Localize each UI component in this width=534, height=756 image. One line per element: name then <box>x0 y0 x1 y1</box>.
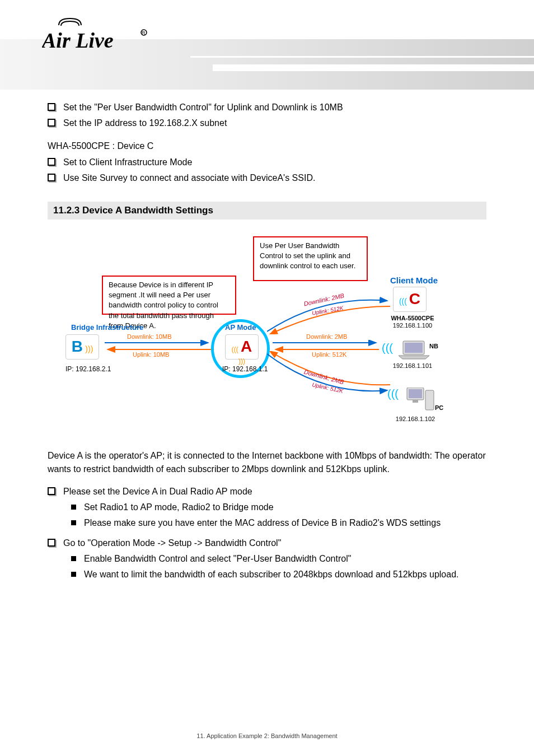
node-b: B ))) <box>65 334 99 360</box>
bullet-item: Use Site Survey to connect and associate… <box>48 171 486 185</box>
checkbox-icon <box>48 539 55 547</box>
ip-a: IP: 192.168.1.1 <box>222 365 268 373</box>
wifi-icon-pc: ((( <box>387 388 399 400</box>
square-icon <box>71 520 76 525</box>
svg-text:R: R <box>142 30 146 36</box>
sub-bullet-item: We want to limit the bandwidth of each s… <box>71 568 486 581</box>
bullet-text: Set the "Per User Bandwidth Control" for… <box>63 101 343 114</box>
ip-pc: 192.168.1.102 <box>390 416 441 422</box>
checkbox-icon <box>48 158 55 166</box>
bullet-text: Use Site Survey to connect and associate… <box>63 171 315 185</box>
uplink-10-label: Uplink: 10MB <box>133 351 169 358</box>
node-a-letter: A <box>241 338 252 355</box>
bullet-item: Set the IP address to 192.168.2.X subnet <box>48 116 486 130</box>
bullet-text: Please set the Device A in Dual Radio AP… <box>63 485 252 498</box>
svg-rect-12 <box>425 390 434 410</box>
node-c-letter: C <box>409 290 420 307</box>
square-icon <box>71 505 76 510</box>
sub-bullet-item: Enable Bandwidth Control and select "Per… <box>71 552 486 566</box>
red-annotation-left: Because Device is in different IP segmen… <box>102 276 236 315</box>
bridge-label: Bridge Infrastructure <box>71 323 143 332</box>
checkbox-icon <box>48 174 55 181</box>
page-footer: 11. Application Example 2: Bandwidth Man… <box>0 732 534 739</box>
checkbox-icon <box>48 103 55 111</box>
pc-icon <box>404 388 435 413</box>
client-mode-label: Client Mode <box>390 276 438 285</box>
bullet-text: Set to Client Infrastructure Mode <box>63 156 192 169</box>
sub-bullet-text: Please make sure you have enter the MAC … <box>84 516 441 530</box>
checkbox-icon <box>48 119 55 127</box>
bullet-item: Please set the Device A in Dual Radio AP… <box>48 485 486 498</box>
square-icon <box>71 572 76 577</box>
svg-rect-8 <box>405 343 423 353</box>
device-c-heading: WHA-5500CPE : Device C <box>48 141 486 151</box>
wifi-icon-nb: ((( <box>382 342 393 354</box>
checkbox-icon <box>48 487 55 495</box>
svg-text:Air Live: Air Live <box>42 29 114 52</box>
node-c: ((( C <box>393 287 427 312</box>
node-a: ((( A ))) <box>225 334 259 360</box>
wha-label: WHA-5500CPE <box>385 315 441 321</box>
bullet-text: Go to "Operation Mode -> Setup -> Bandwi… <box>63 536 281 550</box>
node-b-letter: B <box>72 338 83 355</box>
red-annotation-right: Use Per User Bandwidth Control to set th… <box>253 236 368 281</box>
header-stripe2 <box>213 64 534 71</box>
ip-c: 192.168.1.100 <box>385 322 441 329</box>
pc-label: PC <box>435 404 443 411</box>
ip-nb: 192.168.1.101 <box>387 362 438 369</box>
svg-rect-11 <box>413 400 418 403</box>
bandwidth-diagram: Because Device is in different IP segmen… <box>65 231 469 438</box>
sub-bullet-text: We want to limit the bandwidth of each s… <box>84 568 458 581</box>
ip-b: IP: 192.168.2.1 <box>65 365 111 373</box>
section-title: 11.2.3 Device A Bandwidth Settings <box>48 202 486 220</box>
square-icon <box>71 556 76 561</box>
bullet-item: Set the "Per User Bandwidth Control" for… <box>48 101 486 114</box>
sub-bullet-item: Please make sure you have enter the MAC … <box>71 516 486 530</box>
bullet-text: Set the IP address to 192.168.2.X subnet <box>63 116 227 130</box>
device-a-intro: Device A is the operator's AP; it is con… <box>48 449 486 476</box>
header-stripe <box>190 56 534 58</box>
downlink-10-label: Downlink: 10MB <box>127 333 171 340</box>
nb-label: NB <box>429 343 438 349</box>
bullet-item: Go to "Operation Mode -> Setup -> Bandwi… <box>48 536 486 550</box>
sub-bullet-text: Set Radio1 to AP mode, Radio2 to Bridge … <box>84 501 274 514</box>
sub-bullet-text: Enable Bandwidth Control and select "Per… <box>84 552 351 566</box>
laptop-icon <box>399 340 429 360</box>
svg-rect-10 <box>409 389 422 398</box>
bullet-item: Set to Client Infrastructure Mode <box>48 156 486 169</box>
sub-bullet-item: Set Radio1 to AP mode, Radio2 to Bridge … <box>71 501 486 514</box>
airlive-logo: Air Live R <box>42 17 154 58</box>
